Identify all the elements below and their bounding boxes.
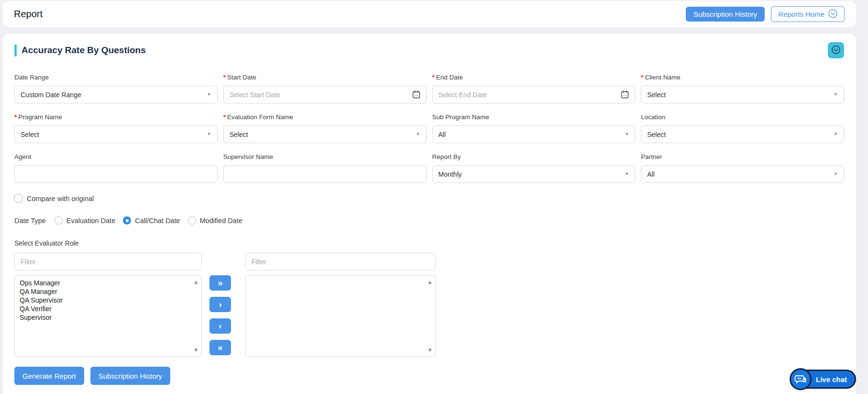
panel-title: Accuracy Rate By Questions	[22, 45, 146, 56]
field-label: End Date	[436, 74, 463, 81]
scroll-down-icon[interactable]: ▼	[427, 347, 433, 353]
radio-call-chat-date[interactable]: Call/Chat Date	[123, 216, 180, 225]
available-roles-filter-input[interactable]	[14, 253, 202, 270]
list-item[interactable]: QA Verifier	[15, 304, 190, 313]
field-client-name: *Client Name Select ▼	[641, 74, 844, 103]
location-select[interactable]: Select ▼	[641, 125, 844, 143]
panel-header: Accuracy Rate By Questions	[14, 42, 844, 58]
reports-home-label: Reports Home	[778, 10, 824, 18]
calendar-icon	[621, 90, 629, 99]
evaluator-role-duallist: Ops ManagerQA ManagerQA SupervisorQA Ver…	[14, 253, 844, 357]
checkbox-label: Compare with original	[27, 195, 94, 203]
reports-home-button[interactable]: Reports Home	[771, 6, 845, 22]
radio-icon[interactable]	[55, 216, 63, 225]
list-item[interactable]: QA Manager	[15, 287, 190, 296]
live-chat-widget[interactable]: Live chat	[790, 368, 856, 390]
required-asterisk: *	[641, 74, 643, 81]
required-asterisk: *	[223, 113, 226, 121]
chevron-down-circle-icon	[828, 9, 837, 20]
calendar-icon	[412, 90, 420, 99]
subscription-history-button[interactable]: Subscription History	[686, 7, 765, 22]
selected-roles-listbox[interactable]: ▲ ▼	[245, 275, 436, 357]
checkbox-icon[interactable]	[14, 194, 22, 203]
chat-bubble-icon	[790, 368, 812, 390]
field-label: Date Range	[14, 74, 49, 81]
chevron-down-icon: ▼	[834, 92, 838, 97]
chevron-down-icon: ▼	[834, 172, 838, 176]
accent-bar	[14, 45, 17, 56]
move-all-right-button[interactable]: »	[209, 275, 231, 291]
field-supervisor-name: Supervisor Name	[223, 153, 427, 183]
field-label: Partner	[641, 153, 662, 160]
partner-select[interactable]: All ▼	[641, 165, 844, 183]
page-title: Report	[14, 9, 43, 20]
field-agent: Agent	[14, 153, 218, 183]
compare-with-original-checkbox[interactable]: Compare with original	[14, 194, 844, 203]
scroll-down-icon[interactable]: ▼	[193, 347, 199, 353]
agent-input-wrap	[14, 165, 218, 183]
available-roles-list: Ops ManagerQA ManagerQA SupervisorQA Ver…	[15, 279, 190, 322]
field-label: Location	[641, 113, 665, 121]
available-roles-panel: Ops ManagerQA ManagerQA SupervisorQA Ver…	[14, 253, 202, 357]
agent-input[interactable]	[21, 166, 211, 182]
form-actions: Generate Report Subscription History	[14, 367, 844, 385]
date-range-select[interactable]: Custom Date Range ▼	[14, 86, 218, 103]
scroll-up-icon[interactable]: ▲	[193, 279, 199, 285]
radio-evaluation-date[interactable]: Evaluation Date	[55, 216, 115, 225]
supervisor-name-input-wrap	[223, 165, 427, 183]
field-evaluation-form-name: *Evaluation Form Name Select ▼	[223, 113, 427, 143]
available-roles-listbox[interactable]: Ops ManagerQA ManagerQA SupervisorQA Ver…	[14, 275, 202, 357]
move-left-button[interactable]: ‹	[209, 318, 231, 334]
list-item[interactable]: QA Supervisor	[15, 296, 190, 304]
list-item[interactable]: Ops Manager	[15, 279, 190, 287]
required-asterisk: *	[432, 74, 435, 81]
required-asterisk: *	[14, 113, 17, 121]
chevron-down-icon: ▼	[834, 132, 838, 136]
required-asterisk: *	[223, 74, 226, 81]
field-label: Sub Program Name	[432, 113, 489, 121]
field-label: Program Name	[18, 113, 62, 121]
client-name-select[interactable]: Select ▼	[641, 86, 844, 103]
field-date-range: Date Range Custom Date Range ▼	[14, 74, 218, 103]
move-all-left-button[interactable]: «	[209, 340, 231, 355]
report-filter-panel: Accuracy Rate By Questions Date Range Cu…	[2, 34, 856, 394]
header-actions: Subscription History Reports Home	[686, 6, 845, 22]
field-label: Client Name	[645, 74, 681, 81]
field-label: Report By	[432, 153, 461, 160]
collapse-panel-button[interactable]	[828, 42, 844, 58]
field-location: Location Select ▼	[641, 113, 844, 143]
selected-roles-panel: ▲ ▼	[245, 253, 436, 357]
field-end-date: *End Date Select End Date	[432, 74, 636, 103]
field-start-date: *Start Date Select Start Date	[223, 74, 427, 103]
move-right-button[interactable]: ›	[209, 297, 231, 312]
chevron-down-icon: ▼	[416, 132, 420, 136]
list-item[interactable]: Supervisor	[15, 313, 190, 322]
evaluator-role-label: Select Evaluator Role	[14, 239, 844, 247]
generate-report-button[interactable]: Generate Report	[14, 367, 84, 385]
live-chat-label: Live chat	[816, 375, 847, 383]
chevron-down-icon: ▼	[207, 92, 211, 97]
report-by-select[interactable]: Monthly ▼	[432, 165, 636, 183]
subscription-history-button[interactable]: Subscription History	[90, 367, 170, 385]
top-header-bar: Report Subscription History Reports Home	[2, 1, 856, 27]
field-label: Start Date	[227, 74, 256, 81]
supervisor-name-input[interactable]	[230, 166, 420, 182]
radio-modified-date[interactable]: Modified Date	[188, 216, 242, 225]
end-date-input[interactable]: Select End Date	[432, 86, 636, 103]
field-label: Supervisor Name	[223, 153, 273, 160]
sub-program-name-select[interactable]: All ▼	[432, 125, 636, 143]
transfer-buttons: » › ‹ «	[209, 275, 231, 355]
start-date-input[interactable]: Select Start Date	[223, 86, 427, 103]
evaluation-form-name-select[interactable]: Select ▼	[223, 125, 427, 143]
radio-icon[interactable]	[188, 216, 196, 225]
field-label: Agent	[14, 153, 31, 160]
scroll-up-icon[interactable]: ▲	[427, 279, 433, 285]
field-report-by: Report By Monthly ▼	[432, 153, 636, 183]
chevron-down-circle-icon	[831, 45, 841, 56]
selected-roles-filter-input[interactable]	[245, 253, 436, 270]
field-partner: Partner All ▼	[641, 153, 844, 183]
date-type-radio-group: Date Type Evaluation Date Call/Chat Date…	[14, 216, 844, 225]
filter-form: Date Range Custom Date Range ▼ *Start Da…	[14, 74, 844, 183]
radio-selected-icon[interactable]	[123, 216, 131, 225]
program-name-select[interactable]: Select ▼	[14, 125, 218, 143]
